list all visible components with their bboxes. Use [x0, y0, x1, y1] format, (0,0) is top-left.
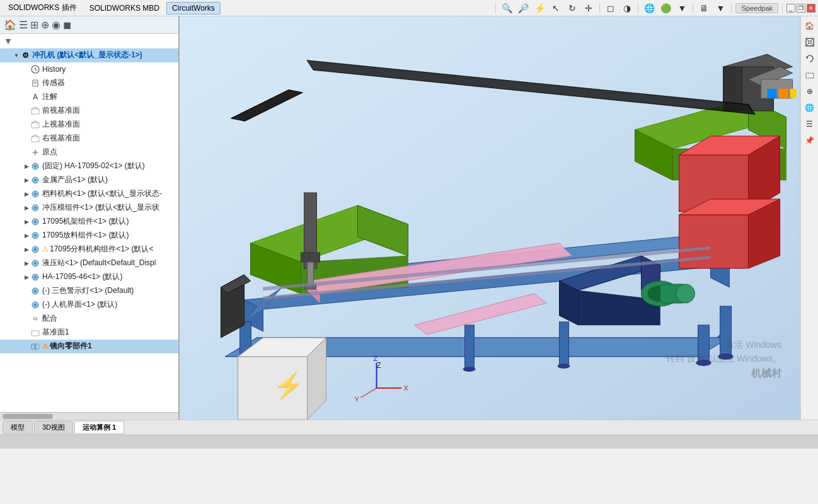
tree-item-mirror[interactable]: ⚠ 镜向零部件1	[0, 340, 178, 353]
tree-item-history[interactable]: History	[0, 62, 178, 76]
svg-point-88	[676, 284, 695, 303]
tree-hydraulic-arrow[interactable]	[23, 260, 30, 267]
tree-punch-icon	[30, 203, 40, 213]
svg-rect-40	[36, 344, 39, 349]
tree-item-annotation[interactable]: A 注解	[0, 90, 178, 104]
tree-item-frame[interactable]: 17095机架组件<1> (默认)	[0, 215, 178, 229]
search-icon[interactable]: 🔍	[500, 1, 514, 15]
svg-point-57	[463, 367, 476, 372]
right-rotate-icon[interactable]	[803, 52, 817, 66]
svg-point-19	[34, 179, 37, 181]
tree-item-hydraulic[interactable]: 液压站<1> (Default<Default_Displ	[0, 256, 178, 270]
tree-list-icon[interactable]: ☰	[19, 19, 28, 31]
tree-front-plane-icon	[30, 106, 40, 116]
tree-mate-label: 配合	[42, 313, 57, 324]
svg-rect-54	[720, 306, 732, 357]
tree-item-stopper[interactable]: 档料机构<1> (默认<默认_显示状态-	[0, 187, 178, 201]
tree-item-hmi[interactable]: (-) 人机界面<1> (默认)	[0, 298, 178, 312]
tree-history-icon	[30, 64, 40, 74]
tree-item-light[interactable]: (-) 三色警示灯<1> (Default)	[0, 284, 178, 298]
tree-item-separator[interactable]: ⚠ 17095分料机构组件<1> (默认<	[0, 243, 178, 256]
tree-item-feeder[interactable]: 17095放料组件<1> (默认)	[0, 229, 178, 243]
tree-feeder-arrow[interactable]	[23, 232, 30, 239]
tree-origin-arrow	[23, 149, 30, 156]
right-list-icon[interactable]: ☰	[803, 117, 817, 131]
tree-sensor-icon	[30, 78, 40, 88]
tree-square-icon[interactable]: ◼	[63, 19, 71, 31]
close-button[interactable]: ✕	[807, 4, 815, 13]
tree-horizontal-scrollbar[interactable]	[0, 412, 178, 420]
tree-item-right-plane[interactable]: 右视基准面	[0, 132, 178, 146]
tree-stopper-arrow[interactable]	[23, 190, 30, 198]
right-plane-icon[interactable]	[803, 68, 817, 82]
right-home-icon[interactable]: 🏠	[803, 19, 817, 33]
tree-ha-arrow[interactable]	[23, 163, 30, 170]
tree-ha46-arrow[interactable]	[23, 273, 30, 281]
filter-icon[interactable]: ⚡	[533, 1, 546, 15]
tree-item-sensor[interactable]: 传感器	[0, 76, 178, 90]
svg-rect-121	[806, 73, 814, 78]
tree-punch-arrow[interactable]	[23, 204, 30, 212]
move-icon[interactable]: ✛	[582, 1, 596, 15]
tree-root[interactable]: ⚙ 冲孔机 (默认<默认_显示状态-1>)	[0, 49, 178, 62]
toolbar-separator-2	[599, 3, 600, 14]
tab-motion-study[interactable]: 运动算例 1	[74, 421, 124, 434]
right-box-icon[interactable]	[803, 35, 817, 49]
tree-home-icon[interactable]: 🏠	[4, 19, 16, 31]
tree-grid-icon[interactable]: ⊞	[30, 19, 38, 31]
tree-stopper-label: 档料机构<1> (默认<默认_显示状态-	[42, 188, 162, 199]
filter-icon[interactable]: ▼	[4, 36, 13, 46]
minimize-button[interactable]: _	[786, 4, 795, 13]
tree-right-plane-label: 右视基准面	[42, 133, 80, 144]
restore-button[interactable]: ❐	[797, 4, 805, 13]
tree-item-ha17095-02[interactable]: (固定) HA-17095-02<1> (默认)	[0, 159, 178, 173]
menu-solidworks-mbd[interactable]: SOLIDWORKS MBD	[84, 2, 165, 14]
display-icon[interactable]: ◑	[620, 1, 634, 15]
tree-light-arrow	[23, 287, 30, 295]
tree-separator-arrow[interactable]	[23, 246, 30, 253]
svg-point-35	[34, 290, 37, 292]
tree-root-arrow[interactable]	[13, 52, 20, 59]
svg-point-31	[34, 262, 37, 265]
tree-punch-label: 冲压模组件<1> (默认<默认_显示状	[42, 202, 159, 213]
box-icon[interactable]: ◻	[604, 1, 618, 15]
right-toolbar: 🏠 ⊕ 🌐 ☰ 📌	[800, 16, 818, 420]
tab-model[interactable]: 模型	[3, 421, 33, 434]
cursor-icon[interactable]: ↖	[549, 1, 563, 15]
tree-item-ha46[interactable]: HA-17095-46<1> (默认)	[0, 270, 178, 284]
window-controls: _ ❐ ✕	[786, 4, 815, 13]
tree-plus-icon[interactable]: ⊕	[41, 19, 49, 31]
tree-item-base-plane[interactable]: 基准面1	[0, 326, 178, 340]
menu-solidworks-plugin[interactable]: SOLIDWORKS 插件	[3, 1, 83, 15]
tree-scrollbar-thumb[interactable]	[3, 414, 53, 419]
svg-text:Z: Z	[377, 361, 381, 370]
viewport[interactable]: ⚡	[180, 16, 800, 420]
right-pin-icon[interactable]: 📌	[803, 134, 817, 147]
dropdown-icon[interactable]: ▼	[713, 1, 727, 15]
tree-top-plane-arrow	[23, 121, 30, 129]
rotate-icon[interactable]: ↻	[565, 1, 579, 15]
tree-metal-arrow[interactable]	[23, 176, 30, 184]
tree-item-punch-die[interactable]: 冲压模组件<1> (默认<默认_显示状	[0, 201, 178, 215]
tab-3d-view[interactable]: 3D视图	[34, 421, 73, 434]
monitor-icon[interactable]: 🖥	[697, 1, 711, 15]
tree-frame-arrow[interactable]	[23, 218, 30, 226]
right-sphere-icon[interactable]: 🌐	[803, 101, 817, 115]
tree-item-top-plane[interactable]: 上视基准面	[0, 118, 178, 132]
zoom-icon[interactable]: 🔎	[516, 1, 530, 15]
menu-circuit-works[interactable]: CircuitWorks	[166, 2, 221, 14]
more-icon[interactable]: ▼	[675, 1, 689, 15]
tree-item-origin[interactable]: 原点	[0, 146, 178, 159]
right-circle-icon[interactable]: ⊕	[803, 84, 817, 98]
toolbar-separator-3	[638, 3, 638, 14]
svg-point-33	[34, 276, 37, 278]
texture-icon[interactable]: 🟢	[659, 1, 672, 15]
tree-item-mate[interactable]: 配合	[0, 312, 178, 326]
svg-text:Y: Y	[355, 396, 360, 403]
sphere-icon[interactable]: 🌐	[642, 1, 656, 15]
tree-item-front-plane[interactable]: 前视基准面	[0, 104, 178, 118]
svg-point-59	[558, 364, 570, 369]
tree-item-metal-product[interactable]: 金属产品<1> (默认)	[0, 173, 178, 187]
tree-circle-icon[interactable]: ◉	[52, 19, 60, 31]
svg-rect-102	[768, 89, 777, 98]
